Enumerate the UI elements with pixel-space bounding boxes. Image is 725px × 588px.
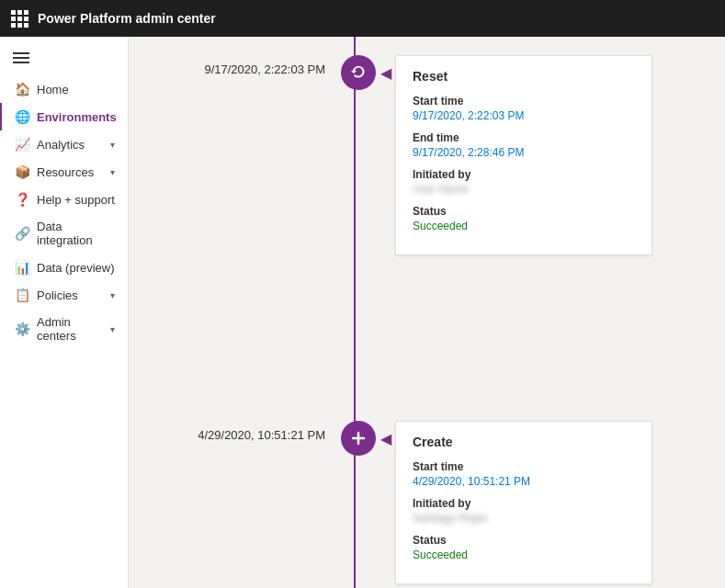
sidebar-item-data-preview[interactable]: 📊 Data (preview): [0, 254, 128, 281]
app-grid-icon[interactable]: [11, 10, 28, 28]
sidebar-item-resources[interactable]: 📦 Resources ▾: [0, 158, 128, 186]
timeline-event-create: 4/29/2020, 10:51:21 PM ◀ Create Start ti…: [129, 421, 725, 584]
reset-status-label: Status: [413, 205, 635, 218]
main-layout: 🏠 Home 🌐 Environments 📈 Analytics ▾ 📦 Re…: [0, 37, 725, 588]
event-reset-arrow: ◀: [377, 55, 395, 82]
timeline-container: 9/17/2020, 2:22:03 PM ◀ Reset Start time…: [129, 37, 725, 588]
data-preview-icon: 📊: [15, 260, 29, 275]
sidebar-item-admin-centers[interactable]: ⚙️ Admin centers ▾: [0, 309, 128, 349]
admin-centers-icon: ⚙️: [15, 322, 29, 336]
policies-chevron-icon: ▾: [110, 290, 115, 300]
resources-chevron-icon: ▾: [110, 167, 115, 177]
topbar: Power Platform admin center: [0, 0, 725, 37]
analytics-chevron-icon: ▾: [110, 140, 115, 150]
timeline-event-reset: 9/17/2020, 2:22:03 PM ◀ Reset Start time…: [129, 55, 725, 255]
sidebar-item-home[interactable]: 🏠 Home: [0, 75, 128, 103]
admin-centers-chevron-icon: ▾: [110, 324, 115, 334]
create-start-label: Start time: [413, 460, 635, 473]
sidebar-item-policies-label: Policies: [37, 288, 78, 302]
event-create-title: Create: [413, 435, 635, 449]
policies-icon: 📋: [15, 288, 29, 302]
sidebar-item-admin-centers-label: Admin centers: [37, 315, 103, 343]
event-create-card: Create Start time 4/29/2020, 10:51:21 PM…: [395, 421, 652, 584]
sidebar-item-policies[interactable]: 📋 Policies ▾: [0, 281, 128, 309]
home-icon: 🏠: [15, 82, 29, 96]
hamburger-button[interactable]: [0, 44, 128, 72]
create-status-value: Succeeded: [413, 548, 635, 561]
sidebar-item-home-label: Home: [37, 83, 69, 96]
reset-end-value: 9/17/2020, 2:28:46 PM: [413, 146, 635, 159]
sidebar-item-data-integration-label: Data integration: [37, 220, 115, 247]
sidebar-item-data-integration[interactable]: 🔗 Data integration: [0, 213, 128, 254]
event-create-arrow: ◀: [377, 421, 395, 447]
event-create-time: 4/29/2020, 10:51:21 PM: [129, 421, 340, 442]
resources-icon: 📦: [15, 164, 29, 179]
sidebar-item-analytics[interactable]: 📈 Analytics ▾: [0, 130, 128, 158]
event-reset-title: Reset: [413, 69, 635, 84]
sidebar-item-help-support[interactable]: ❓ Help + support: [0, 186, 128, 213]
environments-icon: 🌐: [15, 109, 29, 124]
create-initiated-label: Initiated by: [413, 497, 635, 510]
event-reset-card: Reset Start time 9/17/2020, 2:22:03 PM E…: [395, 55, 652, 255]
reset-start-value: 9/17/2020, 2:22:03 PM: [413, 109, 635, 122]
reset-initiated-value: User Name: [413, 183, 635, 196]
sidebar-item-data-preview-label: Data (preview): [37, 261, 115, 275]
reset-end-label: End time: [413, 131, 635, 144]
sidebar-item-environments-label: Environments: [37, 110, 117, 124]
help-icon: ❓: [15, 192, 29, 207]
create-start-value: 4/29/2020, 10:51:21 PM: [413, 475, 635, 488]
reset-status-value: Succeeded: [413, 220, 635, 232]
event-reset-time: 9/17/2020, 2:22:03 PM: [129, 55, 340, 76]
data-integration-icon: 🔗: [15, 226, 29, 241]
sidebar-item-resources-label: Resources: [37, 165, 94, 179]
sidebar-item-help-label: Help + support: [37, 193, 115, 207]
analytics-icon: 📈: [15, 137, 29, 152]
sidebar: 🏠 Home 🌐 Environments 📈 Analytics ▾ 📦 Re…: [0, 37, 129, 588]
create-initiated-value: Santiago Rojas: [413, 512, 635, 525]
sidebar-item-analytics-label: Analytics: [37, 138, 85, 152]
event-create-icon-wrap: [340, 421, 377, 456]
reset-start-label: Start time: [413, 95, 635, 107]
reset-initiated-label: Initiated by: [413, 168, 635, 181]
reset-circle-icon: [341, 55, 376, 90]
event-reset-icon-wrap: [340, 55, 377, 90]
app-title: Power Platform admin center: [38, 11, 216, 26]
sidebar-item-environments[interactable]: 🌐 Environments: [0, 103, 128, 130]
content-area: 9/17/2020, 2:22:03 PM ◀ Reset Start time…: [129, 37, 725, 588]
create-circle-icon: [341, 421, 376, 456]
create-status-label: Status: [413, 534, 635, 547]
